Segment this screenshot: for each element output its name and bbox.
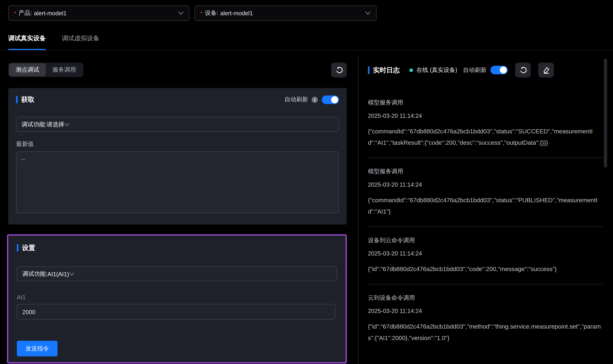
get-section-card: 获取 自动刷新 i 调试功能: 请选择 最新值 --: [8, 88, 347, 225]
chevron-down-icon: [178, 11, 184, 15]
log-entry-title: 模型服务调用: [368, 168, 603, 175]
log-entry-timestamp: 2025-03-20 11:14:24: [368, 112, 603, 119]
set-section-card: 设置 调试功能: AI1(AI1) AI1 发送指令: [7, 234, 347, 364]
log-entry: 模型服务调用 2025-03-20 11:14:24 {"commandId":…: [368, 89, 603, 158]
tab-real-device[interactable]: 调试真实设备: [8, 34, 46, 50]
send-command-button[interactable]: 发送指令: [17, 341, 57, 356]
online-status-dot: [409, 68, 413, 72]
section-accent-bar: [16, 96, 18, 104]
latest-value-box[interactable]: --: [16, 151, 339, 213]
log-entry-timestamp: 2025-03-20 11:14:24: [368, 250, 603, 257]
log-entry: 云到设备命令调用 2025-03-20 11:14:24 {"id":"67db…: [368, 285, 603, 353]
debug-function-select-placeholder: 请选择: [47, 121, 64, 128]
auto-refresh-label: 自动刷新: [285, 96, 308, 104]
log-entry-list: 模型服务调用 2025-03-20 11:14:24 {"commandId":…: [368, 89, 603, 353]
device-select[interactable]: * 设备: alert-model1: [195, 5, 376, 21]
mode-service-call[interactable]: 服务调用: [46, 63, 82, 76]
tab-virtual-device[interactable]: 调试虚拟设备: [62, 34, 99, 50]
log-entry-title: 设备到云命令调用: [368, 237, 603, 244]
required-asterisk: *: [14, 10, 16, 16]
realtime-log-title: 实时日志: [373, 65, 400, 75]
top-select-bar: * 产品: alert-model1 * 设备: alert-model1: [8, 5, 376, 21]
product-select[interactable]: * 产品: alert-model1: [8, 5, 189, 21]
device-select-value: alert-model1: [220, 10, 253, 16]
set-section-title: 设置: [22, 243, 35, 252]
chevron-down-icon: [365, 11, 371, 15]
latest-value-text: --: [21, 156, 25, 162]
log-entry: 设备到云命令调用 2025-03-20 11:14:24 {"id":"67db…: [368, 227, 603, 285]
eraser-icon: [542, 66, 550, 74]
refresh-icon: [519, 66, 527, 74]
mode-measure-point[interactable]: 测点调试: [9, 63, 46, 76]
panel-divider: [358, 55, 359, 364]
log-entry: 模型服务调用 2025-03-20 11:14:24 {"commandId":…: [368, 158, 603, 227]
tabs-divider: [0, 50, 613, 51]
device-debug-page: * 产品: alert-model1 * 设备: alert-model1 调试…: [0, 0, 613, 364]
set-function-select-label: 调试功能:: [22, 270, 48, 278]
log-entry-content: {"id":"67db880d2c476a2bcb1bdd03","method…: [368, 321, 603, 343]
toggle-knob: [331, 96, 338, 103]
debug-function-select[interactable]: 调试功能: 请选择: [16, 117, 339, 132]
ai1-value-input[interactable]: [17, 304, 335, 320]
latest-value-label: 最新值: [16, 141, 339, 148]
section-accent-bar: [368, 66, 370, 74]
online-status-text: 在线 (真实设备): [416, 66, 457, 74]
toggle-knob: [500, 66, 507, 74]
log-entry-title: 云到设备命令调用: [368, 294, 603, 302]
ai1-field-label: AI1: [17, 294, 337, 300]
set-function-select[interactable]: 调试功能: AI1(AI1): [17, 266, 337, 281]
log-auto-refresh-toggle[interactable]: [491, 66, 508, 74]
log-entry-content: {"commandId":"67db880d2c476a2bcb1bdd03",…: [368, 195, 603, 217]
log-clear-button[interactable]: [538, 63, 554, 78]
set-section-header: 设置: [17, 243, 337, 252]
set-function-select-value: AI1(AI1): [47, 271, 69, 277]
get-section-header: 获取 自动刷新 i: [16, 95, 339, 104]
realtime-log-header: 实时日志 在线 (真实设备) 自动刷新: [368, 63, 607, 78]
log-entry-timestamp: 2025-03-20 11:14:24: [368, 181, 603, 188]
required-asterisk: *: [200, 10, 203, 16]
log-entry-content: {"commandId":"67db880d2c476a2bcb1bdd03",…: [368, 126, 603, 148]
info-icon[interactable]: i: [311, 96, 318, 103]
get-section-title: 获取: [21, 95, 34, 104]
log-auto-refresh-label: 自动刷新: [463, 66, 487, 74]
debug-tabs: 调试真实设备 调试虚拟设备: [8, 34, 99, 50]
log-scrollbar[interactable]: [604, 59, 607, 167]
product-select-label: 产品:: [19, 9, 32, 17]
device-select-label: 设备:: [205, 9, 218, 17]
log-entry-title: 模型服务调用: [368, 99, 603, 106]
product-select-value: alert-model1: [34, 10, 67, 16]
log-entry-content: {"id":"67db880d2c476a2bcb1bdd03","code":…: [368, 263, 603, 274]
auto-refresh-toggle[interactable]: [322, 95, 339, 104]
section-accent-bar: [17, 244, 18, 252]
chevron-down-icon: [69, 272, 74, 276]
log-refresh-button[interactable]: [515, 63, 531, 78]
mode-segmented-control: 测点调试 服务调用: [8, 63, 83, 77]
refresh-icon: [335, 66, 343, 74]
chevron-down-icon: [64, 123, 70, 126]
refresh-button[interactable]: [331, 63, 347, 78]
debug-function-select-label: 调试功能:: [22, 121, 47, 128]
log-entry-timestamp: 2025-03-20 11:14:24: [368, 308, 603, 314]
